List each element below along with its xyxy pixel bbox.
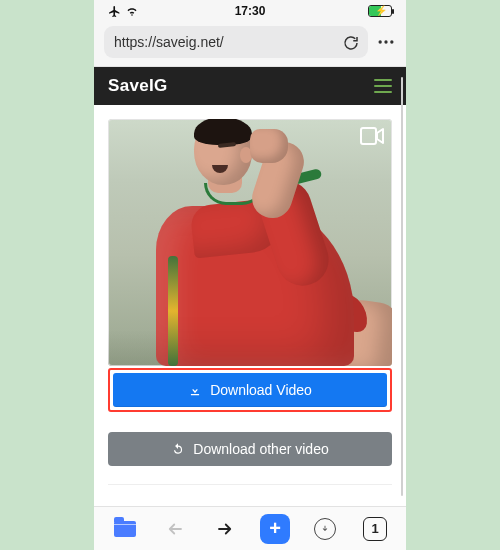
download-video-button[interactable]: Download Video	[113, 373, 387, 407]
status-bar: 17:30 ⚡	[94, 0, 406, 22]
athlete-figure	[108, 119, 392, 366]
url-bar-row: https://saveig.net/	[94, 22, 406, 66]
more-icon[interactable]	[376, 32, 396, 52]
status-time: 17:30	[94, 4, 406, 18]
svg-point-0	[379, 40, 382, 43]
phone-frame: 17:30 ⚡ https://saveig.net/ SaveIG	[94, 0, 406, 550]
reload-icon[interactable]	[342, 34, 358, 50]
media-preview[interactable]	[108, 119, 392, 366]
tabs-button[interactable]: 1	[357, 511, 393, 547]
forward-button[interactable]	[207, 511, 243, 547]
status-left	[108, 5, 139, 18]
status-right: ⚡	[368, 5, 392, 17]
download-icon	[188, 383, 202, 397]
svg-point-1	[384, 40, 387, 43]
download-other-button[interactable]: Download other video	[108, 432, 392, 466]
bottom-toolbar: + 1	[94, 506, 406, 550]
back-button[interactable]	[157, 511, 193, 547]
url-field[interactable]: https://saveig.net/	[104, 26, 368, 58]
separator	[108, 484, 392, 485]
webview: SaveIG	[94, 66, 406, 506]
downloads-button[interactable]	[307, 511, 343, 547]
files-button[interactable]	[107, 511, 143, 547]
download-video-label: Download Video	[210, 382, 312, 398]
site-logo: SaveIG	[108, 76, 167, 96]
page-content: Download Video Download other video	[94, 105, 406, 491]
svg-point-2	[390, 40, 393, 43]
tab-count: 1	[371, 521, 378, 536]
url-text: https://saveig.net/	[114, 34, 224, 50]
battery-icon: ⚡	[368, 5, 392, 17]
airplane-icon	[108, 5, 121, 18]
download-video-highlight: Download Video	[108, 368, 392, 412]
folder-icon	[114, 521, 136, 537]
menu-icon[interactable]	[374, 79, 392, 93]
plus-icon: +	[260, 514, 290, 544]
refresh-icon	[171, 442, 185, 456]
scrollbar[interactable]	[401, 77, 403, 496]
site-header: SaveIG	[94, 67, 406, 105]
download-circle-icon	[314, 518, 336, 540]
new-tab-button[interactable]: +	[257, 511, 293, 547]
wifi-icon	[125, 5, 139, 17]
download-other-label: Download other video	[193, 441, 328, 457]
